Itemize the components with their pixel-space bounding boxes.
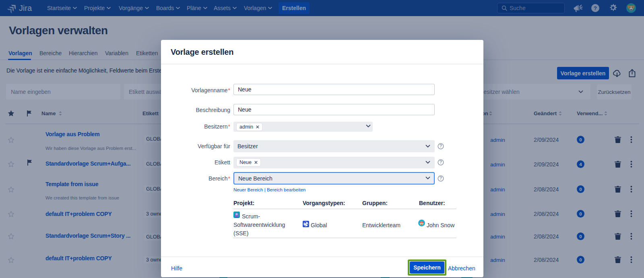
svg-text:?: ? bbox=[440, 176, 442, 180]
svg-text:?: ? bbox=[440, 160, 442, 164]
svg-text:?: ? bbox=[440, 144, 442, 148]
